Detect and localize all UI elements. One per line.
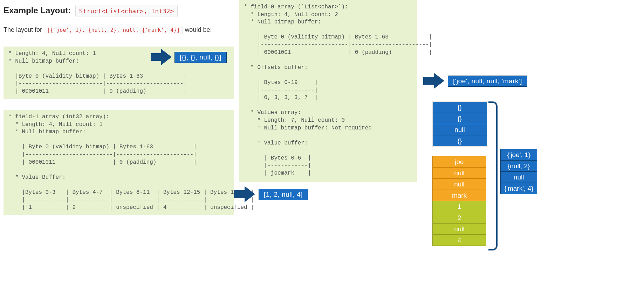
svg-marker-1	[234, 186, 255, 202]
field1-layout-block: * field-1 array (int32 array): * Length:…	[4, 110, 234, 215]
struct-slot-cell: {}	[433, 135, 487, 146]
struct-callout: [{}, {}, null, {}]	[174, 52, 227, 63]
list-slot-cell: mark	[433, 190, 486, 201]
arrow-icon	[234, 186, 255, 202]
intro-right: would be:	[185, 26, 212, 33]
intro-left: The layout for	[4, 26, 44, 33]
brace-icon	[488, 101, 498, 250]
svg-marker-2	[423, 73, 444, 89]
field0-layout-block: * field-0 array (`List<char>`): * Length…	[239, 0, 417, 182]
arrow-icon	[151, 49, 172, 65]
int-slot-cell: 2	[433, 212, 486, 224]
example-data-tag: [{'joe', 1}, {null, 2}, null, {'mark', 4…	[44, 26, 183, 34]
int-values-stack: 1 2 null 4	[432, 201, 486, 246]
int-slot-cell: 4	[433, 235, 486, 246]
int-slot-cell: null	[433, 224, 486, 235]
svg-marker-0	[151, 49, 172, 65]
intro-line: The layout for [{'joe', 1}, {null, 2}, n…	[4, 26, 212, 34]
result-cell: {null, 2}	[500, 160, 537, 172]
result-cell: null	[500, 171, 537, 183]
struct-slots-stack: {} {} null {}	[432, 101, 487, 147]
list-values-stack: joe null null mark	[432, 156, 486, 201]
list-slot-cell: joe	[433, 156, 486, 168]
title-label: Example Layout:	[4, 6, 71, 15]
arrow-icon	[423, 73, 444, 89]
list-slot-cell: null	[433, 168, 486, 179]
struct-slot-cell: {}	[433, 113, 487, 124]
struct-slot-cell: null	[433, 124, 487, 135]
result-cell: {'mark', 4}	[500, 183, 537, 194]
field1-callout: [1, 2, null, 4]	[259, 189, 308, 200]
int-slot-cell: 1	[433, 201, 486, 212]
child-arrays-stack: joe null null mark 1 2 null 4	[432, 156, 486, 246]
result-cell: {'joe', 1}	[500, 149, 537, 161]
list-slot-cell: null	[433, 179, 486, 190]
result-stack: {'joe', 1} {null, 2} null {'mark', 4}	[500, 149, 537, 194]
struct-slot-cell: {}	[433, 102, 487, 113]
struct-type-tag: Struct<List<char>, Int32>	[75, 6, 178, 16]
page-title: Example Layout: Struct<List<char>, Int32…	[4, 6, 178, 16]
field0-callout: ['joe', null, null, 'mark']	[448, 76, 527, 87]
